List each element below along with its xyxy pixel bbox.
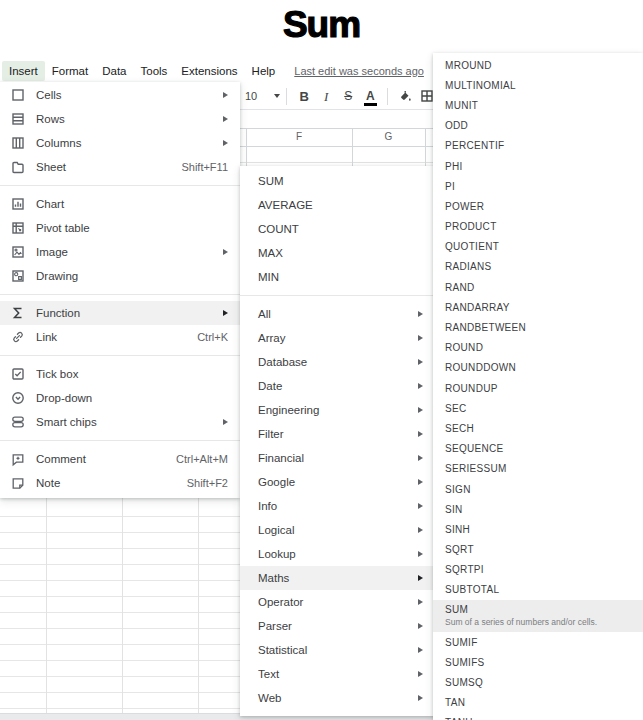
insert-menu-item-pivot-table[interactable]: Pivot table — [0, 216, 240, 240]
function-item[interactable]: TAN — [433, 693, 643, 713]
insert-menu-item-cells[interactable]: Cells — [0, 83, 240, 107]
insert-menu-item-link[interactable]: Link Ctrl+K — [0, 325, 240, 349]
function-category-item[interactable]: Operator — [240, 590, 437, 614]
borders-button[interactable] — [416, 88, 433, 104]
function-item[interactable]: SQRTPI — [433, 560, 643, 580]
function-item[interactable]: SUMIFS — [433, 652, 643, 672]
function-category-item[interactable]: Financial — [240, 446, 437, 470]
insert-menu-item-note[interactable]: Note Shift+F2 — [0, 471, 240, 495]
bold-button[interactable]: B — [293, 90, 315, 103]
menubar-item[interactable]: Data — [95, 61, 133, 81]
function-item[interactable]: SEQUENCE — [433, 439, 643, 459]
function-category-item[interactable]: Info — [240, 494, 437, 518]
menubar-item[interactable]: Format — [45, 61, 95, 81]
function-item[interactable]: RANDARRAY — [433, 297, 643, 317]
function-item-name: RANDARRAY — [445, 302, 633, 313]
function-item[interactable]: SIN — [433, 499, 643, 519]
menubar-item-label: Format — [52, 65, 88, 77]
function-category-item[interactable]: Array — [240, 326, 437, 350]
function-item[interactable]: TANH — [433, 713, 643, 720]
menubar-item[interactable]: Help — [245, 61, 283, 81]
menubar-item[interactable]: Tools — [133, 61, 174, 81]
function-category-item[interactable]: Text — [240, 662, 437, 686]
function-item-name: TAN — [445, 697, 633, 708]
function-item[interactable]: PERCENTIF — [433, 136, 643, 156]
function-category-item[interactable]: Filter — [240, 422, 437, 446]
last-edit-link[interactable]: Last edit was seconds ago — [294, 65, 424, 77]
insert-menu-item-function[interactable]: Function — [0, 301, 240, 325]
submenu-arrow-icon — [418, 647, 423, 653]
insert-menu-item-drawing[interactable]: Drawing — [0, 264, 240, 288]
function-item[interactable]: QUOTIENT — [433, 237, 643, 257]
function-item[interactable]: SECH — [433, 418, 643, 438]
insert-menu-item-image[interactable]: Image — [0, 240, 240, 264]
function-quick-item[interactable]: SUM — [240, 169, 437, 193]
menubar-item-label: Extensions — [181, 65, 237, 77]
function-item[interactable]: RADIANS — [433, 257, 643, 277]
function-quick-item[interactable]: MIN — [240, 265, 437, 289]
function-category-item[interactable]: Date — [240, 374, 437, 398]
italic-button[interactable]: I — [315, 90, 337, 103]
function-item[interactable]: SEC — [433, 398, 643, 418]
function-item[interactable]: ODD — [433, 116, 643, 136]
menu-item-label: Parser — [258, 620, 292, 632]
function-category-item[interactable]: Parser — [240, 614, 437, 638]
text-color-button[interactable]: A — [359, 87, 381, 106]
insert-menu-item-columns[interactable]: Columns — [0, 131, 240, 155]
insert-menu-item-drop-down[interactable]: Drop-down — [0, 386, 240, 410]
function-item[interactable]: MUNIT — [433, 95, 643, 115]
function-item[interactable]: SUM Sum of a series of numbers and/or ce… — [433, 600, 643, 632]
function-category-item[interactable]: Logical — [240, 518, 437, 542]
function-quick-item[interactable]: MAX — [240, 241, 437, 265]
strikethrough-button[interactable]: S — [337, 90, 359, 102]
menubar-item[interactable]: Insert — [2, 61, 45, 81]
function-item[interactable]: SUMIF — [433, 632, 643, 652]
function-item[interactable]: MULTINOMIAL — [433, 75, 643, 95]
function-category-item[interactable]: Database — [240, 350, 437, 374]
function-category-item[interactable]: Web — [240, 686, 437, 710]
function-category-item[interactable]: All — [240, 302, 437, 326]
function-item[interactable]: RAND — [433, 277, 643, 297]
function-item[interactable]: PHI — [433, 156, 643, 176]
function-item[interactable]: MROUND — [433, 55, 643, 75]
function-category-item[interactable]: Maths — [240, 566, 437, 590]
font-size-control[interactable]: 10 — [240, 90, 280, 102]
insert-menu-item-sheet[interactable]: Sheet Shift+F11 — [0, 155, 240, 179]
column-header-g[interactable]: G — [352, 130, 425, 144]
function-category-item[interactable]: Lookup — [240, 542, 437, 566]
function-item[interactable]: SUBTOTAL — [433, 580, 643, 600]
menu-item-label: Chart — [36, 198, 64, 210]
function-item[interactable]: SINH — [433, 519, 643, 539]
column-header-f[interactable]: F — [246, 130, 352, 144]
spreadsheet-grid[interactable] — [0, 497, 240, 713]
function-item[interactable]: POWER — [433, 196, 643, 216]
insert-menu-item-tick-box[interactable]: Tick box — [0, 362, 240, 386]
function-category-item[interactable]: Engineering — [240, 398, 437, 422]
insert-menu-item-comment[interactable]: Comment Ctrl+Alt+M — [0, 447, 240, 471]
function-item[interactable]: ROUND — [433, 338, 643, 358]
insert-menu-item-smart-chips[interactable]: Smart chips — [0, 410, 240, 434]
insert-menu-item-rows[interactable]: Rows — [0, 107, 240, 131]
function-item[interactable]: SQRT — [433, 540, 643, 560]
function-quick-item[interactable]: AVERAGE — [240, 193, 437, 217]
submenu-arrow-icon — [223, 419, 228, 425]
function-item[interactable]: ROUNDUP — [433, 378, 643, 398]
function-category-item[interactable]: Google — [240, 470, 437, 494]
function-item[interactable]: SERIESSUM — [433, 459, 643, 479]
insert-menu-item-chart[interactable]: Chart — [0, 192, 240, 216]
drawing-icon — [10, 268, 26, 284]
function-item-description: Sum of a series of numbers and/or cells. — [445, 617, 633, 627]
function-item[interactable]: PI — [433, 176, 643, 196]
function-category-item[interactable]: Statistical — [240, 638, 437, 662]
function-quick-item[interactable]: COUNT — [240, 217, 437, 241]
function-item[interactable]: SIGN — [433, 479, 643, 499]
menubar-item[interactable]: Extensions — [174, 61, 244, 81]
drop-down-icon — [10, 390, 26, 406]
function-item[interactable]: SUMSQ — [433, 672, 643, 692]
function-item[interactable]: PRODUCT — [433, 217, 643, 237]
function-item[interactable]: RANDBETWEEN — [433, 317, 643, 337]
function-item[interactable]: ROUNDDOWN — [433, 358, 643, 378]
chevron-down-icon — [274, 94, 280, 98]
menu-item-label: Financial — [258, 452, 304, 464]
fill-color-button[interactable] — [394, 88, 416, 104]
